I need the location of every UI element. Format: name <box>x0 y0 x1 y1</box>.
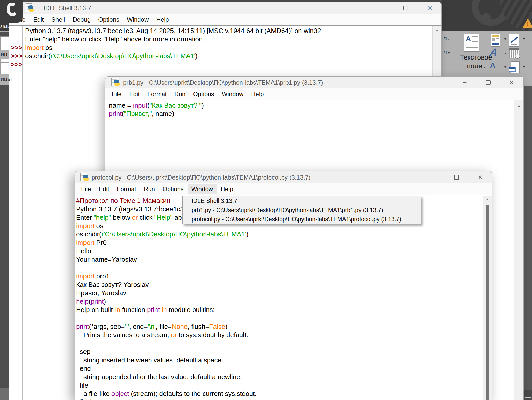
code-line: string appended after the last value, de… <box>76 373 492 381</box>
menu-item-window[interactable]: Window <box>123 14 152 25</box>
prb1-window-title: prb1.py - C:\Users\uprkt\Desktop\ПО\pyth… <box>123 77 323 88</box>
partial-label: л <box>443 49 447 55</box>
object-button[interactable] <box>509 61 521 76</box>
prb1-menubar: FileEditFormatRunOptionsWindowHelp <box>105 88 523 100</box>
code-line: import os <box>25 43 441 52</box>
shell-prompt: >>> <box>9 60 22 69</box>
window-menu-option[interactable]: protocol.py - C:\Users\uprkt\Desktop\ПО\… <box>183 215 421 224</box>
code-line: print("Привет,", name) <box>109 110 523 118</box>
menu-item-edit[interactable]: Edit <box>125 89 143 99</box>
protocol-editor-window[interactable]: protocol.py - C:\Users\uprkt\Desktop\ПО\… <box>75 171 492 400</box>
menu-item-run[interactable]: Run <box>170 89 189 99</box>
code-line: import Pr0 <box>76 239 492 247</box>
chevron-down-icon[interactable]: ▾ <box>504 65 506 69</box>
menu-item-debug[interactable]: Debug <box>69 14 94 25</box>
ribbon-partial-button-2[interactable]: л ▾ <box>443 49 450 56</box>
chevron-down-icon[interactable]: ▾ <box>523 65 525 69</box>
drop-cap-button[interactable]: A <box>490 61 502 72</box>
menu-item-edit[interactable]: Edit <box>30 14 48 25</box>
maximize-button[interactable] <box>399 2 413 14</box>
prb1-code[interactable]: name = input("Как Вас зовут? ")print("Пр… <box>105 100 523 118</box>
drop-cap-icon: A <box>490 61 495 69</box>
menu-item-file[interactable]: File <box>77 184 95 194</box>
prb1-titlebar[interactable]: prb1.py - C:\Users\uprkt\Desktop\ПО\pyth… <box>105 77 523 88</box>
menu-item-options[interactable]: Options <box>159 184 188 194</box>
shell-menubar: FileEditShellDebugOptionsWindowHelp <box>9 14 441 25</box>
minimize-button[interactable]: − <box>458 77 472 88</box>
date-time-button[interactable] <box>509 48 521 60</box>
shell-window-title: IDLE Shell 3.13.7 <box>44 2 91 14</box>
pencil-shape <box>511 37 518 43</box>
scroll-up-icon[interactable]: ▲ <box>483 197 492 201</box>
minimize-button[interactable]: − <box>426 171 440 183</box>
menu-item-run[interactable]: Run <box>140 184 159 194</box>
word-statusbar-right-fragment <box>524 390 532 400</box>
prb1-scrollbar[interactable]: ▲ <box>514 100 523 400</box>
warning-exclamation: ! <box>527 21 529 27</box>
textbox-icon: A <box>464 34 479 52</box>
menu-item-help[interactable]: Help <box>217 184 237 194</box>
qp-gray-block <box>492 38 495 41</box>
code-line: Как Вас зовут? Yaroslav <box>76 280 492 289</box>
table-grid-icon[interactable] <box>0 36 9 50</box>
menu-item-shell[interactable]: Shell <box>48 14 69 25</box>
code-line: os.chdir(r'C:\Users\uprkt\Desktop\ПО\pyt… <box>76 230 492 239</box>
chevron-down-icon[interactable]: ▾ <box>504 37 506 41</box>
menu-item-window[interactable]: Window <box>218 89 247 99</box>
table-grid-icon-2[interactable] <box>0 59 9 74</box>
window-menu-dropdown: IDLE Shell 3.13.7prb1.py - C:\Users\uprk… <box>182 196 421 224</box>
chevron-down-icon[interactable]: ▾ <box>523 37 525 41</box>
code-line: Your name=Yaroslav <box>76 255 492 264</box>
code-line: import prb1 <box>76 272 492 280</box>
protocol-text-area[interactable]: #Протокол по Теме 1 МамакинPython 3.13.7… <box>75 195 492 400</box>
maximize-button[interactable] <box>481 77 495 88</box>
menu-item-edit[interactable]: Edit <box>95 184 113 194</box>
window-menu-option[interactable]: prb1.py - C:\Users\uprkt\Desktop\ПО\pyth… <box>183 205 421 215</box>
minimize-button[interactable]: − <box>376 2 390 14</box>
quick-parts-button[interactable] <box>491 34 500 47</box>
ribbon-partial-button-1[interactable]: л ▾ <box>443 35 450 42</box>
qp-yellow-bar <box>492 35 499 37</box>
shell-prompt: >>> <box>9 43 22 52</box>
menu-item-file[interactable]: File <box>108 89 125 99</box>
menu-item-options[interactable]: Options <box>94 14 123 25</box>
window-menu-option[interactable]: IDLE Shell 3.13.7 <box>183 196 421 205</box>
qp-lines <box>496 38 499 41</box>
scroll-up-icon[interactable]: ▲ <box>514 103 523 108</box>
protocol-titlebar[interactable]: protocol.py - C:\Users\uprkt\Desktop\ПО\… <box>75 171 492 183</box>
menu-item-window[interactable]: Window <box>188 184 217 194</box>
code-line: a file-like object (stream); defaults to… <box>76 390 492 398</box>
protocol-code[interactable]: #Протокол по Теме 1 МамакинPython 3.13.7… <box>75 195 492 400</box>
shell-prompt <box>9 35 22 43</box>
menu-item-options[interactable]: Options <box>189 89 218 99</box>
shell-prompt: >>> <box>9 52 22 60</box>
menu-item-format[interactable]: Format <box>113 184 140 194</box>
maximize-button[interactable] <box>450 171 464 183</box>
textbox-lines <box>472 36 478 43</box>
table-icon-header <box>0 32 9 36</box>
scroll-up-icon[interactable]: ▲ <box>433 28 441 32</box>
ribbon-group-label-fragment-2: ицы <box>1 75 12 82</box>
close-button[interactable]: × <box>473 171 487 183</box>
word-ribbon-left-fragment: иц ицы <box>0 31 9 85</box>
code-line <box>76 264 492 272</box>
word-right-panel: ! л ▾ л ▾ A Текстовое поле ▾ <box>442 0 532 86</box>
protocol-scrollbar-thumb[interactable] <box>486 205 489 400</box>
protocol-menubar: FileEditFormatRunOptionsWindowHelp <box>75 183 492 195</box>
statusbar-dash <box>525 397 531 398</box>
python-file-icon <box>80 173 90 182</box>
close-button[interactable]: × <box>505 77 519 88</box>
close-button[interactable]: × <box>423 2 437 14</box>
menu-item-help[interactable]: Help <box>247 89 267 99</box>
menu-item-help[interactable]: Help <box>152 14 172 25</box>
textbox-label-line2: поле <box>467 62 482 70</box>
wordart-button[interactable]: A <box>490 46 502 59</box>
word-ribbon-tab-fragment[interactable]: лав <box>0 22 9 29</box>
menu-item-format[interactable]: Format <box>143 89 170 99</box>
protocol-scrollbar[interactable]: ▲ <box>483 196 492 400</box>
chevron-down-icon[interactable]: ▾ <box>504 51 506 55</box>
shell-titlebar[interactable]: IDLE Shell 3.13.7 − × <box>9 2 441 14</box>
textbox-letter: A <box>466 35 471 43</box>
signature-line-button[interactable] <box>509 34 520 47</box>
code-line: Enter "help" below or click "Help" above… <box>25 35 441 43</box>
